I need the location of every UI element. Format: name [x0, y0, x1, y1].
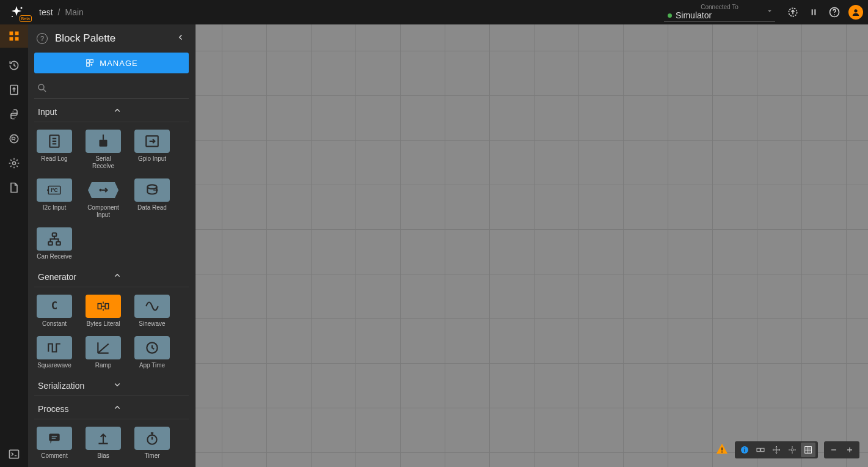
canvas-grid	[195, 24, 868, 467]
block-i2c-input[interactable]: I2c Input	[35, 178, 73, 219]
connection-label: Connected To	[701, 4, 739, 10]
palette-header: ? Block Palette	[28, 24, 195, 53]
beta-badge: Beta	[20, 15, 32, 22]
gpio-input-icon	[134, 130, 170, 153]
block-component-input[interactable]: Component Input	[84, 178, 122, 219]
ramp-icon	[86, 336, 121, 359]
collapse-palette-button[interactable]	[175, 32, 186, 45]
search-icon	[37, 83, 48, 94]
canvas[interactable]	[195, 24, 868, 467]
palette-help-icon[interactable]: ?	[37, 33, 48, 44]
app-logo[interactable]: Beta	[5, 4, 28, 21]
rail-export[interactable]	[7, 83, 21, 97]
category-body: CommentBiasTimerCounterMin MaxLookup 1D	[34, 419, 189, 467]
block-label: Bias	[97, 452, 109, 460]
info-toggle[interactable]	[737, 443, 752, 457]
bytes-literal-icon	[86, 295, 121, 318]
manage-button[interactable]: MANAGE	[34, 53, 189, 73]
category-body: Read LogSerial ReceiveGpio InputI2c Inpu…	[34, 122, 189, 264]
rail-rust[interactable]	[7, 132, 21, 145]
block-read-log[interactable]: Read Log	[35, 130, 73, 170]
category-label: Generator	[38, 272, 112, 282]
group-toggle[interactable]	[753, 443, 768, 457]
breadcrumb-page[interactable]: Main	[65, 7, 83, 17]
category-header[interactable]: Input	[34, 101, 189, 122]
rail-terminal[interactable]	[7, 447, 21, 461]
constant-icon	[37, 295, 72, 318]
squarewave-icon	[37, 336, 72, 359]
category-header[interactable]: Process	[34, 399, 189, 419]
category-serialization: Serialization	[34, 375, 189, 396]
deploy-button[interactable]	[786, 6, 800, 19]
block-gpio-input[interactable]: Gpio Input	[133, 130, 171, 170]
block-label: App Time	[139, 362, 165, 369]
block-label: Comment	[41, 452, 67, 460]
block-label: Constant	[42, 320, 67, 328]
block-ramp[interactable]: Ramp	[84, 336, 122, 369]
block-label: Can Receive	[37, 253, 71, 260]
chevron-up-icon	[112, 270, 186, 283]
category-generator: GeneratorConstantBytes LiteralSinewaveSq…	[34, 267, 189, 373]
warning-icon[interactable]	[715, 442, 729, 458]
read-log-icon	[37, 130, 72, 153]
help-button[interactable]	[828, 6, 841, 19]
category-header[interactable]: Generator	[34, 267, 189, 287]
category-body: ConstantBytes LiteralSinewaveSquarewaveR…	[34, 287, 189, 373]
block-sinewave[interactable]: Sinewave	[133, 295, 171, 328]
block-serial-receive[interactable]: Serial Receive	[84, 130, 122, 170]
breadcrumb: test / Main	[39, 7, 84, 17]
serial-receive-icon	[86, 130, 121, 153]
pan-tool[interactable]	[769, 443, 784, 457]
timer-icon	[134, 427, 170, 450]
comment-icon	[37, 427, 72, 450]
can-receive-icon	[37, 227, 72, 251]
category-label: Process	[38, 404, 112, 414]
block-squarewave[interactable]: Squarewave	[35, 336, 73, 369]
block-palette-panel: ? Block Palette MANAGE InputRead LogSeri…	[28, 24, 195, 467]
category-header[interactable]: Serialization	[34, 375, 189, 396]
category-input: InputRead LogSerial ReceiveGpio InputI2c…	[34, 101, 189, 264]
block-constant[interactable]: Constant	[35, 295, 73, 328]
breadcrumb-project[interactable]: test	[39, 7, 53, 17]
sinewave-icon	[134, 295, 170, 318]
breadcrumb-separator: /	[58, 7, 60, 17]
block-bytes-literal[interactable]: Bytes Literal	[84, 295, 122, 328]
zoom-in-button[interactable]	[842, 443, 857, 457]
block-label: Timer	[144, 452, 159, 460]
user-avatar[interactable]	[848, 5, 863, 20]
pause-button[interactable]	[807, 6, 820, 19]
category-process: ProcessCommentBiasTimerCounterMin MaxLoo…	[34, 399, 189, 467]
rail-history[interactable]	[7, 59, 21, 72]
component-input-icon	[86, 178, 121, 202]
search-input[interactable]	[51, 83, 186, 92]
block-data-read[interactable]: Data Read	[133, 178, 171, 219]
chevron-down-icon	[112, 379, 186, 392]
connection-selector[interactable]: Connected To Simulator	[664, 2, 775, 22]
center-view[interactable]	[785, 443, 800, 457]
rail-blocks[interactable]	[0, 24, 28, 48]
connection-status-dot	[668, 13, 672, 18]
block-bias[interactable]: Bias	[84, 427, 122, 460]
category-label: Serialization	[38, 381, 112, 391]
chevron-down-icon	[765, 7, 774, 18]
block-app-time[interactable]: App Time	[133, 336, 171, 369]
zoom-out-button[interactable]	[826, 443, 841, 457]
block-timer[interactable]: Timer	[133, 427, 171, 460]
block-label: Serial Receive	[84, 155, 122, 170]
block-label: Bytes Literal	[86, 320, 120, 328]
block-can-receive[interactable]: Can Receive	[35, 227, 73, 260]
rail-settings[interactable]	[7, 156, 21, 170]
left-rail	[0, 24, 28, 467]
palette-body: MANAGE InputRead LogSerial ReceiveGpio I…	[28, 53, 195, 467]
block-label: Gpio Input	[138, 155, 166, 163]
chevron-up-icon	[112, 402, 186, 415]
rail-python[interactable]	[7, 108, 21, 121]
block-label: Squarewave	[37, 362, 71, 369]
grid-snap-toggle[interactable]	[801, 443, 815, 457]
category-label: Input	[38, 107, 112, 117]
block-comment[interactable]: Comment	[35, 427, 73, 460]
block-label: Component Input	[84, 204, 122, 219]
data-read-icon	[134, 178, 170, 202]
rail-file[interactable]	[7, 181, 21, 194]
chevron-up-icon	[112, 105, 186, 118]
